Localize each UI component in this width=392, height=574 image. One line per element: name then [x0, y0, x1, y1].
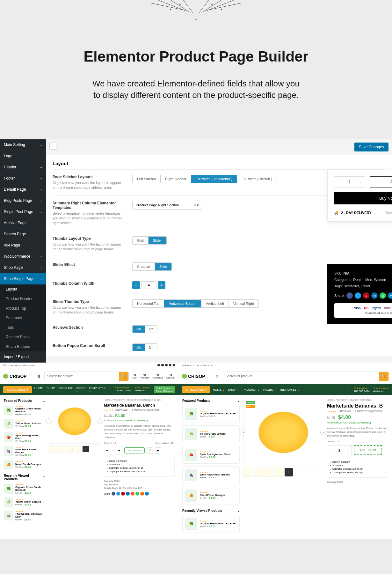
compare-icon[interactable]: ⇄	[155, 447, 161, 454]
product-item[interactable]: 🥦★★★★★Organic Green Fresh Broccoli$4.25 …	[4, 405, 45, 416]
product-item[interactable]: 🥦★★★★★Organic Green Fresh Broccoli$4.25 …	[4, 483, 45, 494]
breadcrumb[interactable]: HOME • PRODUCTS • MARKETSIDE BANANAS, BU…	[104, 399, 175, 401]
product-item[interactable]: 🥬★★★★★Yellow Green Lettuce$3.25 – $2.84	[4, 497, 45, 507]
product-item[interactable]: 🍅★★★★★Syria Pomegranate, Each$6.00 – $5.…	[4, 432, 45, 443]
thumb-image[interactable]	[254, 468, 263, 477]
increment-button[interactable]: +	[158, 281, 165, 289]
header-icon[interactable]: 🛍Cart	[133, 373, 137, 379]
product-item[interactable]: 🍇★★★★★Wine Rack Fresh Grapes$4.75 – $2.2…	[4, 446, 45, 457]
nav-item[interactable]: Import / Export	[0, 351, 46, 363]
header-icon[interactable]: 🛍Wishlist	[141, 373, 149, 379]
product-item[interactable]: 🍇★★★★★Wine Rack Fresh Grapes$4.75 – $2.2…	[182, 466, 240, 484]
shop-logo[interactable]: CRISOP	[3, 374, 27, 379]
prev-image-button[interactable]: ‹	[241, 430, 246, 435]
nav-link[interactable]: SHOP ⌄	[47, 386, 55, 393]
nav-item[interactable]: Main Setting⌄	[0, 139, 46, 151]
breadcrumb[interactable]: HOME • PRODUCTS • MARKETSIDE BANA	[327, 399, 388, 401]
facebook-icon[interactable]	[112, 492, 115, 496]
reorder-icon[interactable]: ≡	[49, 143, 56, 150]
next-image-button[interactable]: ›	[97, 418, 103, 424]
column-width-input[interactable]	[141, 281, 156, 289]
wishlist-icon[interactable]: ♡	[147, 447, 153, 454]
thumb-image[interactable]	[57, 445, 64, 453]
thumb-image[interactable]	[264, 468, 273, 477]
subnav-item[interactable]: Related Posts	[0, 332, 46, 342]
product-item[interactable]: 🥦★★★★★Organic Green Fresh Broccoli$4.25 …	[182, 515, 240, 533]
whatsapp-icon[interactable]: w	[380, 292, 386, 299]
categories-button[interactable]: CATEGORIES ▾	[182, 386, 210, 393]
subnav-item[interactable]: Summary	[0, 313, 46, 323]
product-item[interactable]: 🥦★★★★★Organic Green Fresh Broccoli$4.25 …	[182, 405, 240, 423]
facebook-icon[interactable]: f	[346, 292, 353, 299]
nav-link[interactable]: PRODUCT ⌄	[243, 388, 260, 391]
prev-image-button[interactable]: ‹	[46, 418, 52, 424]
nav-link[interactable]: TEMPLATES ⌄	[89, 386, 105, 393]
segment-option[interactable]: Slide	[155, 263, 171, 270]
twitter-icon[interactable]: t	[355, 292, 361, 299]
segment-option[interactable]: Creative	[133, 263, 155, 270]
header-icon[interactable]: 🛍Account	[166, 373, 175, 379]
decrement-button[interactable]: −	[132, 281, 140, 289]
product-main-image[interactable]: SALE! 6% ‹ ›	[243, 399, 323, 466]
nav-item[interactable]: Single Post Page⌄	[0, 206, 46, 217]
telegram-icon[interactable]	[145, 492, 149, 496]
nav-item[interactable]: Logo	[0, 151, 46, 162]
save-changes-button[interactable]: Save Changes	[354, 143, 388, 151]
quantity-stepper[interactable]: − +	[334, 176, 365, 188]
product-main-image[interactable]: ‹ ›	[49, 399, 100, 444]
menu-icon[interactable]: ☰	[31, 374, 33, 378]
menu-icon[interactable]: ☰	[209, 374, 212, 378]
whatsapp-icon[interactable]	[135, 492, 139, 496]
qty-input[interactable]	[344, 177, 355, 188]
segment-option[interactable]: Right Sidebar	[161, 175, 191, 183]
qty-stepper[interactable]: −+	[104, 447, 122, 454]
search-button[interactable]: 🔍	[119, 372, 128, 381]
linkedin-icon[interactable]	[126, 492, 130, 496]
nav-item[interactable]: 404 Page	[0, 240, 46, 251]
nav-item[interactable]: Footer⌄	[0, 173, 46, 184]
thumb-image[interactable]	[274, 468, 283, 477]
thumb-image[interactable]	[49, 445, 56, 453]
segment-option[interactable]: Left Sidebar	[133, 175, 161, 183]
linkedin-icon[interactable]: in	[371, 292, 378, 299]
nav-item[interactable]: WooCommerce⌄	[0, 251, 46, 262]
nav-item[interactable]: Header⌄	[0, 162, 46, 173]
categories-button[interactable]: CATEGORIES ▾	[3, 386, 32, 393]
popup-cart-toggle[interactable]: On Off	[132, 343, 157, 351]
product-item[interactable]: 🥥★★★★★Thai Special Coconut, Each$3.00 – …	[4, 510, 45, 521]
segment-option[interactable]: Horizontal Bottom	[164, 300, 201, 307]
subnav-item[interactable]: Product Header	[0, 294, 46, 304]
product-item[interactable]: 🍅★★★★★Syria Pomegranate, Each$6.00 – $5.…	[182, 446, 240, 464]
header-icon[interactable]: 🛍Compare	[152, 373, 163, 379]
add-to-cart-button[interactable]: Add To Cart	[124, 447, 145, 453]
nav-item[interactable]: Search Page	[0, 229, 46, 240]
add-to-cart-button[interactable]: Add To Cart	[354, 445, 382, 455]
subnav-item[interactable]: Share Buttons	[0, 342, 46, 351]
qty-stepper[interactable]: −+	[327, 445, 352, 455]
add-to-cart-button[interactable]: Add to cart	[370, 176, 392, 188]
search-input[interactable]	[223, 374, 379, 378]
search-box[interactable]: 🔍	[44, 372, 129, 381]
segment-option[interactable]: Slider	[149, 237, 166, 244]
thumb-image[interactable]	[66, 445, 73, 453]
telegram-icon[interactable]: ➤	[388, 292, 392, 299]
nav-item[interactable]: Archive Page	[0, 217, 46, 229]
thumb-more[interactable]: +	[82, 445, 89, 453]
nav-link[interactable]: PRODUCT ⌄	[58, 386, 72, 393]
pinterest-icon[interactable]: p	[363, 292, 369, 299]
nav-item[interactable]: Default Page⌄	[0, 184, 46, 195]
subnav-item[interactable]: Tabs	[0, 323, 46, 332]
summary-template-select[interactable]: Product Page Right Section × ▾	[132, 201, 202, 210]
subnav-item[interactable]: Layout	[0, 284, 46, 294]
search-box[interactable]: 🔍	[223, 372, 389, 381]
product-item[interactable]: 🥬★★★★★Yellow Green Lettuce$3.25 – $2.84	[4, 419, 45, 429]
next-image-button[interactable]: ›	[320, 430, 326, 435]
segment-option[interactable]: Vertical Right	[229, 300, 258, 307]
segment-option[interactable]: Horizontal Top	[133, 300, 164, 307]
thumb-more[interactable]: +	[284, 468, 293, 477]
nav-item[interactable]: Shop Page⌄	[0, 262, 46, 273]
search-button[interactable]: 🔍	[379, 372, 388, 381]
nav-link[interactable]: HOME ⌄	[213, 388, 225, 391]
subnav-item[interactable]: Product Top	[0, 304, 46, 313]
clear-icon[interactable]: ×	[194, 203, 196, 207]
